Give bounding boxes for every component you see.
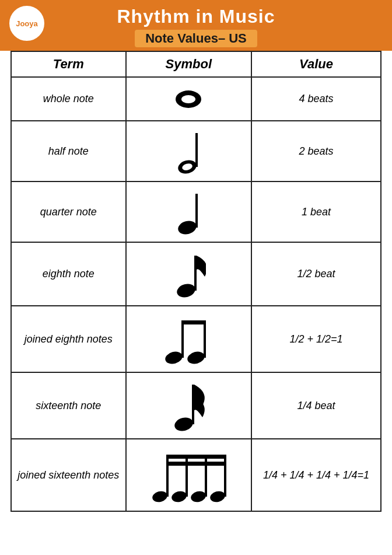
col-header-term: Term (11, 51, 126, 77)
col-header-value: Value (251, 51, 381, 77)
joined-eighth-notes-icon (162, 310, 215, 368)
svg-rect-8 (194, 256, 197, 291)
table-row: eighth note 1/2 beat (11, 242, 381, 306)
term-eighth-note: eighth note (11, 242, 126, 306)
svg-rect-6 (195, 194, 198, 228)
symbol-half-note (126, 121, 252, 181)
term-joined-eighth-notes: joined eighth notes (11, 306, 126, 372)
value-quarter-note: 1 beat (251, 181, 381, 242)
value-whole-note: 4 beats (251, 77, 381, 121)
svg-rect-12 (204, 322, 206, 358)
svg-rect-24 (166, 455, 226, 459)
table-row: half note 2 beats (11, 121, 381, 181)
eighth-note-icon (171, 246, 206, 302)
table-container: Term Symbol Value whole note (0, 51, 392, 522)
whole-note-icon (168, 82, 209, 117)
svg-point-20 (190, 490, 207, 504)
symbol-sixteenth-note (126, 372, 252, 439)
svg-point-22 (209, 490, 226, 504)
term-quarter-note: quarter note (11, 181, 126, 242)
table-row: whole note 4 beats (11, 77, 381, 121)
sub-title: Note Values– US (135, 30, 257, 47)
svg-point-7 (176, 282, 197, 300)
symbol-eighth-note (126, 242, 252, 306)
col-header-symbol: Symbol (126, 51, 252, 77)
svg-rect-15 (192, 385, 194, 424)
term-joined-sixteenth-notes: joined sixteenth notes (11, 439, 126, 511)
main-title: Rhythm in Music (3, 6, 389, 27)
symbol-whole-note (126, 77, 252, 121)
term-whole-note: whole note (11, 77, 126, 121)
quarter-note-icon (171, 186, 206, 238)
svg-point-16 (151, 490, 169, 504)
table-row: joined eighth notes (11, 306, 381, 372)
svg-point-18 (170, 490, 188, 504)
value-sixteenth-note: 1/4 beat (251, 372, 381, 439)
page-header: Jooya Rhythm in Music Note Values– US (0, 0, 392, 51)
note-values-table: Term Symbol Value whole note (10, 51, 382, 512)
symbol-quarter-note (126, 181, 252, 242)
svg-point-11 (186, 350, 206, 366)
table-row: sixteenth note 1/4 beat (11, 372, 381, 439)
value-eighth-note: 1/2 beat (251, 242, 381, 306)
joined-sixteenth-notes-icon (150, 443, 226, 507)
logo: Jooya (8, 5, 46, 42)
value-joined-sixteenth-notes: 1/4 + 1/4 + 1/4 + 1/4=1 (251, 439, 381, 511)
half-note-icon (171, 125, 206, 177)
sixteenth-note-icon (171, 376, 206, 435)
symbol-joined-sixteenth-notes (126, 439, 252, 511)
svg-point-14 (173, 416, 195, 434)
svg-rect-25 (166, 462, 226, 466)
svg-point-5 (177, 219, 198, 237)
symbol-joined-eighth-notes (126, 306, 252, 372)
term-sixteenth-note: sixteenth note (11, 372, 126, 439)
table-row: joined sixteenth notes (11, 439, 381, 511)
svg-rect-4 (195, 133, 198, 167)
svg-rect-10 (181, 322, 184, 358)
value-joined-eighth-notes: 1/2 + 1/2=1 (251, 306, 381, 372)
svg-point-9 (164, 350, 184, 366)
term-half-note: half note (11, 121, 126, 181)
table-row: quarter note 1 beat (11, 181, 381, 242)
value-half-note: 2 beats (251, 121, 381, 181)
svg-rect-13 (181, 320, 206, 324)
svg-point-1 (181, 95, 195, 103)
